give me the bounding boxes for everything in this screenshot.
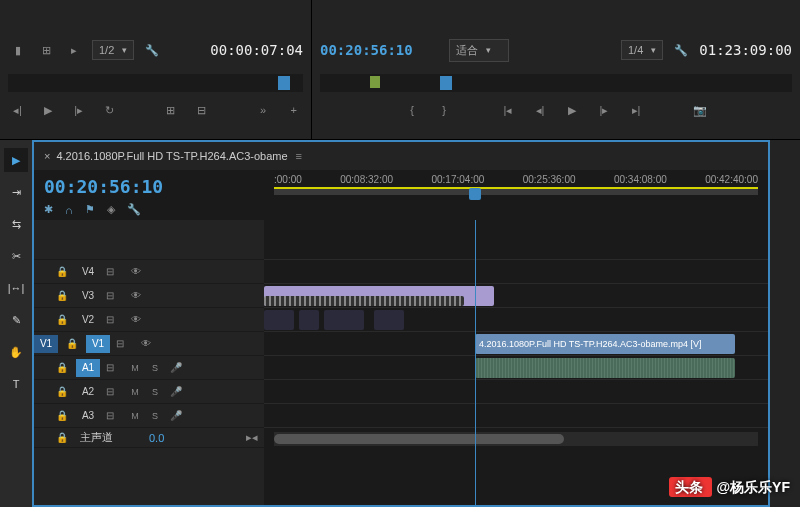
fx-icon[interactable]: ⊟ — [106, 266, 122, 277]
lock-icon[interactable]: 🔒 — [54, 264, 70, 280]
step-fwd-icon[interactable]: |▸ — [594, 100, 614, 120]
export-frame-icon[interactable]: » — [254, 100, 273, 120]
fx-icon[interactable]: ⊟ — [116, 338, 132, 349]
linked-selection-icon[interactable]: ⚑ — [85, 203, 95, 216]
type-tool[interactable]: T — [4, 372, 28, 396]
track-label[interactable]: V2 — [76, 311, 100, 329]
video-clip[interactable] — [324, 310, 364, 330]
lock-icon[interactable]: 🔒 — [64, 336, 80, 352]
track-header-v2[interactable]: 🔒V2⊟👁 — [34, 308, 264, 332]
selection-tool[interactable]: ▶ — [4, 148, 28, 172]
lock-icon[interactable]: 🔒 — [54, 312, 70, 328]
mute-button[interactable]: M — [128, 387, 142, 397]
program-playhead[interactable] — [440, 76, 452, 90]
mic-icon[interactable]: 🎤 — [168, 384, 184, 400]
camera-icon[interactable]: 📷 — [690, 100, 710, 120]
wrench-icon[interactable]: 🔧 — [127, 203, 141, 216]
razor-tool[interactable]: ✂ — [4, 244, 28, 268]
mark-in-icon[interactable]: { — [402, 100, 422, 120]
track-header-a2[interactable]: 🔒A2⊟MS🎤 — [34, 380, 264, 404]
program-timecode[interactable]: 00:20:56:10 — [320, 42, 413, 58]
play-icon[interactable]: ▶ — [562, 100, 582, 120]
close-tab-icon[interactable]: × — [44, 150, 50, 162]
eye-icon[interactable]: 👁 — [128, 312, 144, 328]
mute-button[interactable]: M — [128, 411, 142, 421]
lock-icon[interactable]: 🔒 — [54, 288, 70, 304]
tab-menu-icon[interactable]: ≡ — [296, 150, 302, 162]
eye-icon[interactable]: 👁 — [128, 264, 144, 280]
track-header-v1[interactable]: V1🔒V1⊟👁 — [34, 332, 264, 356]
track-header-v4[interactable]: 🔒V4⊟👁 — [34, 260, 264, 284]
loop-icon[interactable]: ↻ — [100, 100, 119, 120]
solo-button[interactable]: S — [148, 411, 162, 421]
track-content-area[interactable]: 4.2016.1080P.Full HD TS-TP.H264.AC3-obam… — [264, 220, 768, 505]
playhead-line[interactable] — [475, 220, 476, 505]
source-playhead[interactable] — [278, 76, 290, 90]
add-icon[interactable]: + — [284, 100, 303, 120]
timeline-horizontal-scrollbar[interactable] — [274, 432, 758, 446]
fx-icon[interactable]: ⊟ — [106, 314, 122, 325]
marker-span-icon[interactable]: ◈ — [107, 203, 115, 216]
track-label[interactable]: V4 — [76, 263, 100, 281]
go-in-icon[interactable]: |◂ — [498, 100, 518, 120]
video-clip-overlay[interactable] — [264, 296, 464, 306]
overwrite-icon[interactable]: ⊟ — [192, 100, 211, 120]
lock-icon[interactable]: 🔒 — [54, 384, 70, 400]
program-in-marker[interactable] — [370, 76, 380, 88]
wrench-icon[interactable]: 🔧 — [142, 40, 162, 60]
sequence-tab-name[interactable]: 4.2016.1080P.Full HD TS-TP.H264.AC3-obam… — [56, 150, 287, 162]
chevron-right-icon[interactable]: ▸ — [64, 40, 84, 60]
insert-icon[interactable]: ⊞ — [162, 100, 181, 120]
video-clip[interactable] — [299, 310, 319, 330]
audio-clip[interactable] — [475, 358, 735, 378]
play-icon[interactable]: ▶ — [39, 100, 58, 120]
program-zoom-dropdown[interactable]: 1/4 — [621, 40, 663, 60]
step-back-icon[interactable]: ◂| — [530, 100, 550, 120]
video-clip[interactable] — [264, 310, 294, 330]
fx-icon[interactable]: ⊟ — [106, 410, 122, 421]
solo-button[interactable]: S — [148, 387, 162, 397]
eye-icon[interactable]: 👁 — [138, 336, 154, 352]
program-fit-dropdown[interactable]: 适合 — [449, 39, 509, 62]
slip-tool[interactable]: |↔| — [4, 276, 28, 300]
timeline-timecode[interactable]: 00:20:56:10 — [44, 176, 254, 197]
fx-icon[interactable]: ⊟ — [106, 290, 122, 301]
pen-tool[interactable]: ✎ — [4, 308, 28, 332]
snap-icon[interactable]: ✱ — [44, 203, 53, 216]
video-clip[interactable] — [374, 310, 404, 330]
track-label[interactable]: A1 — [76, 359, 100, 377]
track-select-tool[interactable]: ⇥ — [4, 180, 28, 204]
ripple-edit-tool[interactable]: ⇆ — [4, 212, 28, 236]
track-label[interactable]: V1 — [86, 335, 110, 353]
marker-icon[interactable]: ▮ — [8, 40, 28, 60]
lock-icon[interactable]: 🔒 — [54, 360, 70, 376]
hand-tool[interactable]: ✋ — [4, 340, 28, 364]
solo-button[interactable]: S — [148, 363, 162, 373]
track-header-a1[interactable]: 🔒A1⊟MS🎤 — [34, 356, 264, 380]
track-header-a3[interactable]: 🔒A3⊟MS🎤 — [34, 404, 264, 428]
timeline-playhead-head[interactable] — [469, 188, 481, 200]
mark-out-icon[interactable]: } — [434, 100, 454, 120]
lock-icon[interactable]: 🔒 — [54, 430, 70, 446]
go-out-icon[interactable]: ▸| — [626, 100, 646, 120]
video-clip-main[interactable]: 4.2016.1080P.Full HD TS-TP.H264.AC3-obam… — [475, 334, 735, 354]
timeline-ruler[interactable]: :00:00 00:08:32:00 00:17:04:00 00:25:36:… — [264, 170, 768, 220]
step-fwd-icon[interactable]: |▸ — [69, 100, 88, 120]
expand-icon[interactable]: ▸◂ — [246, 431, 258, 444]
main-mix-value[interactable]: 0.0 — [149, 432, 164, 444]
fx-icon[interactable]: ⊟ — [106, 386, 122, 397]
source-ruler[interactable] — [8, 74, 303, 92]
step-back-icon[interactable]: ◂| — [8, 100, 27, 120]
fx-icon[interactable]: ⊟ — [106, 362, 122, 373]
track-label[interactable]: A2 — [76, 383, 100, 401]
track-header-main-mix[interactable]: 🔒主声道0.0▸◂ — [34, 428, 264, 448]
eye-icon[interactable]: 👁 — [128, 288, 144, 304]
mic-icon[interactable]: 🎤 — [168, 360, 184, 376]
scrollbar-thumb[interactable] — [274, 434, 564, 444]
track-label[interactable]: A3 — [76, 407, 100, 425]
mic-icon[interactable]: 🎤 — [168, 408, 184, 424]
mute-button[interactable]: M — [128, 363, 142, 373]
wrench-icon[interactable]: 🔧 — [671, 40, 691, 60]
program-ruler[interactable] — [320, 74, 792, 92]
magnet-icon[interactable]: ∩ — [65, 204, 73, 216]
